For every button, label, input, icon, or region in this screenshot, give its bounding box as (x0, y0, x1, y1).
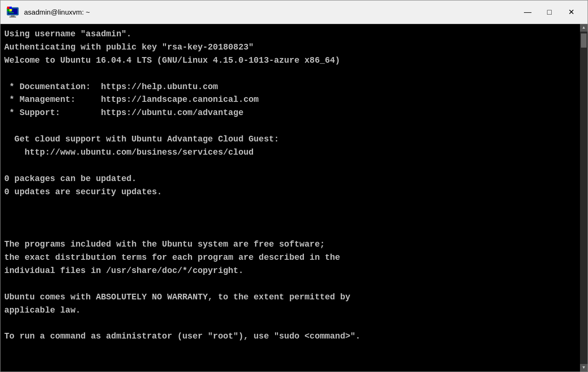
scrollbar-track[interactable] (580, 32, 588, 364)
terminal-window: asadmin@linuxvm: ~ — □ ✕ Using username … (0, 0, 588, 372)
minimize-button[interactable]: — (517, 4, 539, 21)
window-controls: — □ ✕ (517, 4, 582, 21)
scroll-up-arrow[interactable]: ▲ (580, 24, 588, 32)
titlebar: asadmin@linuxvm: ~ — □ ✕ (0, 0, 588, 24)
scroll-down-arrow[interactable]: ▼ (580, 364, 588, 372)
svg-rect-11 (9, 9, 12, 11)
close-button[interactable]: ✕ (560, 4, 582, 21)
terminal-body: Using username "asadmin". Authenticating… (0, 24, 588, 372)
terminal-icon (6, 6, 19, 19)
svg-rect-6 (11, 15, 15, 17)
svg-rect-10 (7, 9, 9, 11)
window-title: asadmin@linuxvm: ~ (24, 8, 517, 16)
svg-rect-9 (9, 7, 12, 9)
maximize-button[interactable]: □ (539, 4, 560, 21)
svg-rect-7 (9, 17, 16, 17)
scrollbar[interactable]: ▲ ▼ (580, 24, 588, 372)
terminal-output[interactable]: Using username "asadmin". Authenticating… (0, 24, 580, 372)
scrollbar-thumb[interactable] (581, 33, 587, 48)
svg-rect-8 (7, 7, 9, 9)
